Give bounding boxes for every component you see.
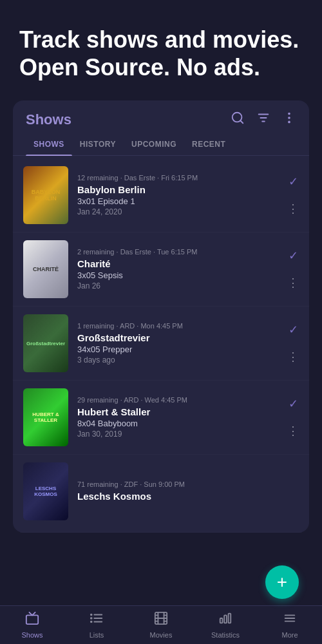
list-item: Großstadt­revier 1 remaining · ARD · Mon…: [13, 307, 309, 381]
show-date: Jan 24, 2020: [77, 207, 282, 216]
statistics-icon: [218, 611, 232, 629]
tab-recent[interactable]: RECENT: [184, 133, 233, 155]
nav-item-more[interactable]: More: [258, 611, 322, 639]
show-more-icon[interactable]: ⋮: [287, 276, 299, 290]
tab-shows[interactable]: SHOWS: [26, 133, 72, 155]
show-meta: 12 remaining · Das Erste · Fri 6:15 PM: [77, 174, 282, 182]
check-icon[interactable]: ✓: [289, 175, 298, 189]
show-meta: 71 remaining · ZDF · Sun 9:00 PM: [77, 480, 299, 488]
show-info: 12 remaining · Das Erste · Fri 6:15 PM B…: [77, 174, 282, 216]
list-item: HUBERT & STALLER 29 remaining · ARD · We…: [13, 381, 309, 455]
more-horiz-icon: [283, 611, 297, 629]
list-item: CHARITÉ 2 remaining · Das Erste · Tue 6:…: [13, 232, 309, 307]
app-card: Shows: [13, 100, 309, 533]
nav-label-lists: Lists: [90, 631, 104, 639]
nav-item-lists[interactable]: Lists: [64, 611, 129, 639]
show-episode: 3x05 Sepsis: [77, 270, 282, 280]
show-actions: ✓ ⋮: [287, 175, 299, 216]
svg-rect-25: [229, 614, 231, 623]
tv-icon: [25, 611, 39, 629]
show-actions: ✓ ⋮: [287, 249, 299, 290]
show-poster: CHARITÉ: [23, 240, 68, 298]
show-name: Babylon Berlin: [77, 184, 282, 195]
svg-rect-24: [224, 615, 227, 623]
card-header-icons: [231, 111, 296, 128]
svg-point-7: [289, 122, 290, 123]
svg-point-6: [289, 117, 290, 118]
svg-rect-8: [26, 615, 38, 624]
tab-history[interactable]: HISTORY: [72, 133, 124, 155]
show-name: Charité: [77, 258, 282, 269]
list-item: BABYLONBERLIN 12 remaining · Das Erste ·…: [13, 158, 309, 232]
svg-point-14: [91, 621, 92, 623]
show-meta: 1 remaining · ARD · Mon 4:45 PM: [77, 322, 282, 330]
bottom-nav: Shows Lists: [0, 605, 322, 644]
show-info: 1 remaining · ARD · Mon 4:45 PM Großstad…: [77, 322, 282, 365]
search-icon[interactable]: [231, 111, 245, 128]
nav-item-movies[interactable]: Movies: [129, 611, 193, 639]
movie-icon: [154, 611, 168, 629]
nav-label-movies: Movies: [150, 631, 173, 639]
show-meta: 29 remaining · ARD · Wed 4:45 PM: [77, 396, 282, 404]
show-poster: BABYLONBERLIN: [23, 166, 68, 224]
show-name: Großstadtrevier: [77, 332, 282, 343]
show-poster: LESCHS KOSMOS: [23, 462, 68, 520]
svg-point-12: [91, 614, 92, 616]
fab-add-button[interactable]: +: [265, 565, 299, 599]
show-poster: Großstadt­revier: [23, 314, 68, 372]
show-episode: 8x04 Babyboom: [77, 419, 282, 428]
show-date: 3 days ago: [77, 355, 282, 365]
card-header: Shows: [13, 100, 309, 133]
show-list: BABYLONBERLIN 12 remaining · Das Erste ·…: [13, 158, 309, 533]
svg-rect-26: [285, 618, 296, 619]
list-item: LESCHS KOSMOS 71 remaining · ZDF · Sun 9…: [13, 455, 309, 533]
svg-point-13: [91, 618, 92, 619]
show-actions: ✓ ⋮: [287, 323, 299, 364]
show-more-icon[interactable]: ⋮: [287, 350, 299, 364]
hero-title: Track shows and movies. Open Source. No …: [19, 26, 303, 81]
nav-item-shows[interactable]: Shows: [0, 611, 64, 639]
show-info: 2 remaining · Das Erste · Tue 6:15 PM Ch…: [77, 248, 282, 290]
card-title: Shows: [26, 111, 71, 128]
show-name: Leschs Kosmos: [77, 491, 299, 502]
check-icon[interactable]: ✓: [289, 323, 298, 337]
show-date: Jan 26: [77, 281, 282, 290]
show-episode: 3x01 Episode 1: [77, 196, 282, 206]
show-date: Jan 30, 2019: [77, 430, 282, 439]
svg-rect-23: [220, 618, 223, 623]
show-more-icon[interactable]: ⋮: [287, 202, 299, 216]
svg-point-5: [289, 113, 290, 115]
check-icon[interactable]: ✓: [289, 397, 298, 411]
nav-label-shows: Shows: [21, 631, 43, 639]
show-info: 29 remaining · ARD · Wed 4:45 PM Hubert …: [77, 396, 282, 439]
nav-item-statistics[interactable]: Statistics: [193, 611, 258, 639]
svg-line-1: [240, 121, 243, 124]
show-poster: HUBERT & STALLER: [23, 388, 68, 446]
show-more-icon[interactable]: ⋮: [287, 424, 299, 438]
show-info: 71 remaining · ZDF · Sun 9:00 PM Leschs …: [77, 480, 299, 503]
show-meta: 2 remaining · Das Erste · Tue 6:15 PM: [77, 248, 282, 256]
filter-icon[interactable]: [256, 111, 270, 128]
svg-rect-27: [285, 615, 296, 616]
overflow-menu-icon[interactable]: [282, 111, 296, 128]
nav-label-more: More: [281, 631, 298, 639]
show-episode: 34x05 Prepper: [77, 345, 282, 354]
check-icon[interactable]: ✓: [289, 249, 298, 263]
svg-rect-28: [285, 621, 296, 622]
nav-label-statistics: Statistics: [211, 631, 240, 639]
tabs-bar: SHOWS HISTORY UPCOMING RECENT: [13, 133, 309, 156]
tab-upcoming[interactable]: UPCOMING: [124, 133, 184, 155]
hero-section: Track shows and movies. Open Source. No …: [0, 0, 322, 100]
list-icon: [90, 611, 104, 629]
show-actions: ✓ ⋮: [287, 397, 299, 438]
show-name: Hubert & Staller: [77, 406, 282, 417]
